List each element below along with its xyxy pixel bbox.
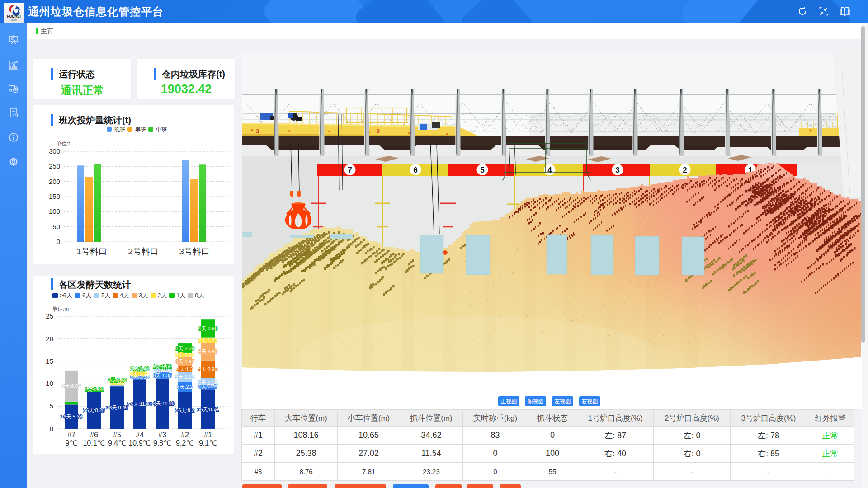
- svg-text:#1: #1: [204, 431, 212, 439]
- svg-text:3: 3: [256, 128, 259, 135]
- svg-text:150: 150: [49, 192, 60, 200]
- svg-text:>6天:11.19: >6天:11.19: [150, 401, 174, 406]
- svg-text:晚班: 晚班: [114, 127, 125, 133]
- svg-text:0天: 0天: [195, 292, 204, 299]
- svg-text:6: 6: [413, 166, 417, 174]
- svg-text:2天: 2天: [158, 292, 167, 299]
- svg-text:班次投炉量统计(t): 班次投炉量统计(t): [58, 115, 131, 125]
- svg-text:#7: #7: [67, 431, 75, 439]
- svg-text:5天:2.04: 5天:2.04: [198, 380, 217, 385]
- svg-text:5天: 5天: [101, 292, 110, 299]
- svg-text:0: 0: [57, 238, 60, 245]
- svg-text:>6天:8.26: >6天:8.26: [83, 408, 105, 413]
- svg-text:>6天:11.02: >6天:11.02: [127, 401, 151, 407]
- svg-text:#2: #2: [181, 431, 189, 439]
- svg-text:7: 7: [348, 166, 352, 174]
- svg-text:200: 200: [49, 178, 60, 185]
- svg-text:#3: #3: [158, 431, 166, 439]
- svg-text:>6天: >6天: [60, 292, 72, 299]
- svg-text:9.4℃: 9.4℃: [108, 439, 126, 447]
- svg-text:6天: 6天: [82, 292, 91, 299]
- svg-text:#6: #6: [90, 431, 98, 439]
- svg-text:2天:1.11: 2天:1.11: [131, 371, 149, 377]
- svg-text:6天:1.35: 6天:1.35: [153, 373, 172, 378]
- svg-text:3号料口: 3号料口: [179, 247, 210, 256]
- svg-text:1天:3.96: 1天:3.96: [198, 326, 217, 331]
- svg-text:25: 25: [46, 312, 53, 320]
- svg-text:250: 250: [49, 162, 60, 170]
- svg-text:100: 100: [49, 207, 60, 215]
- svg-text:5: 5: [50, 402, 53, 410]
- svg-text:各区发酵天数统计: 各区发酵天数统计: [58, 280, 131, 290]
- svg-text:0天:6.92: 0天:6.92: [62, 383, 81, 389]
- svg-text:1天:0.48: 1天:0.48: [108, 377, 127, 383]
- svg-text:1天:0.52: 1天:0.52: [153, 364, 172, 369]
- svg-text:15: 15: [46, 357, 53, 365]
- svg-text:6天:2.2: 6天:2.2: [177, 384, 193, 389]
- svg-text:>6天:5.38: >6天:5.38: [61, 414, 82, 419]
- svg-text:10.1℃: 10.1℃: [83, 439, 105, 447]
- svg-text:单位:m: 单位:m: [52, 306, 69, 312]
- svg-text:20: 20: [46, 335, 53, 343]
- svg-text:300: 300: [49, 147, 60, 155]
- svg-text:9.8℃: 9.8℃: [153, 439, 171, 447]
- svg-text:2: 2: [377, 128, 380, 135]
- svg-text:单位:t: 单位:t: [56, 141, 70, 147]
- svg-text:FUERLI: FUERLI: [7, 14, 21, 19]
- svg-text:9℃: 9℃: [66, 439, 78, 447]
- svg-text:早班: 早班: [135, 127, 146, 133]
- svg-text:1天:0.02: 1天:0.02: [85, 387, 104, 392]
- svg-text:0: 0: [50, 425, 53, 432]
- svg-text:5: 5: [480, 166, 484, 174]
- svg-text:2号料口: 2号料口: [128, 247, 159, 256]
- svg-text:1天:2.09: 1天:2.09: [175, 346, 194, 351]
- svg-text:1天:0.46: 1天:0.46: [130, 366, 149, 371]
- svg-text:9.1℃: 9.1℃: [199, 439, 217, 447]
- svg-text:1号料口: 1号料口: [76, 247, 107, 256]
- svg-text:9.2℃: 9.2℃: [176, 439, 194, 447]
- svg-text:2: 2: [683, 166, 687, 174]
- svg-text:4: 4: [547, 166, 552, 174]
- svg-text:4天: 4天: [120, 292, 129, 299]
- svg-text:3天: 3天: [139, 292, 148, 299]
- svg-text:10.9℃: 10.9℃: [128, 439, 151, 447]
- svg-text:50: 50: [52, 223, 60, 230]
- svg-text:1天: 1天: [176, 292, 185, 299]
- svg-text:3: 3: [615, 166, 619, 174]
- svg-text:中班: 中班: [156, 127, 167, 133]
- svg-text:3天:1.97: 3天:1.97: [175, 359, 194, 364]
- svg-text:3天:3.89: 3天:3.89: [198, 349, 217, 354]
- svg-text:—— 福尔利 ——: —— 福尔利 ——: [6, 19, 22, 21]
- svg-text:#5: #5: [113, 431, 121, 439]
- svg-text:5天:2.23: 5天:2.23: [175, 374, 194, 380]
- svg-text:4天:1.3: 4天:1.3: [177, 366, 193, 372]
- svg-text:4天:3.95: 4天:3.95: [198, 366, 217, 372]
- svg-text:>6天:8.2: >6天:8.2: [175, 408, 194, 413]
- svg-text:#4: #4: [136, 431, 144, 439]
- svg-text:>6天:8.71: >6天:8.71: [197, 407, 219, 412]
- svg-text:10: 10: [46, 380, 53, 387]
- svg-text:2天:0.98: 2天:0.98: [175, 352, 194, 358]
- svg-text:>6天:9.42: >6天:9.42: [106, 405, 128, 410]
- svg-text:2天:1.23: 2天:1.23: [198, 338, 217, 343]
